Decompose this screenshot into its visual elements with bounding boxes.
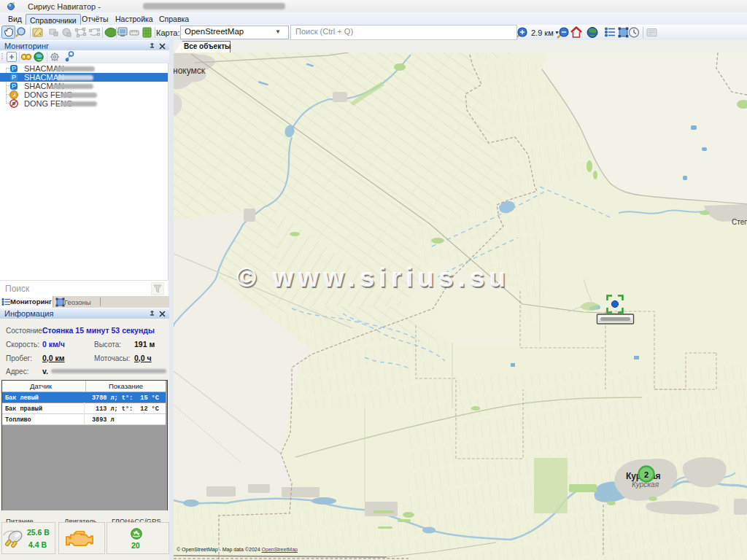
svg-text:Степное: Степное [732, 218, 747, 226]
svg-text:2: 2 [644, 470, 649, 479]
svg-text:нокумск: нокумск [174, 66, 206, 76]
